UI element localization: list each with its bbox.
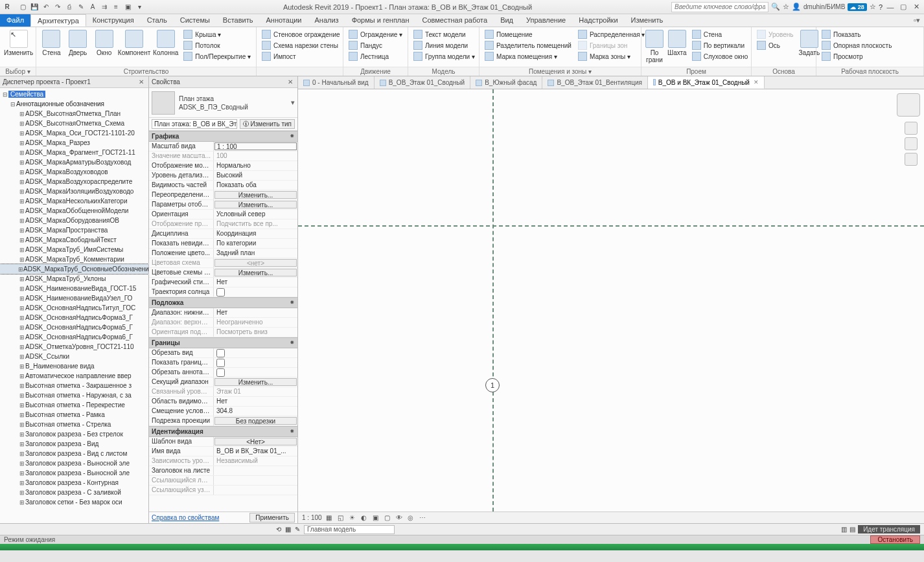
property-row[interactable]: Показать границу ... — [149, 358, 297, 368]
tree-item[interactable]: ⊞Высотная отметка - Стрелка — [0, 420, 148, 429]
property-row[interactable]: Ссылающийся лист — [149, 476, 297, 486]
grid-line[interactable] — [492, 89, 494, 511]
project-browser-tree[interactable]: ⊟Семейства⊟Аннотационные обозначения⊞ADS… — [0, 88, 148, 523]
ribbon-tab[interactable]: Системы — [174, 14, 216, 27]
tree-item[interactable]: ⊞ADSK_НаименованиеВидаУзел_ГО — [0, 293, 148, 303]
maximize-icon[interactable]: ▢ — [898, 3, 908, 12]
tree-item[interactable]: ⊞Заголовок разреза - Вид — [0, 439, 148, 449]
tree-item[interactable]: ⊞ADSK_МаркаСвободныйТекст — [0, 235, 148, 245]
tree-item[interactable]: ⊞ADSK_ОсновнаяНадписьФорма6_Г — [0, 332, 148, 342]
ribbon-tab[interactable]: Сталь — [141, 14, 174, 27]
qat-icon[interactable]: A — [88, 3, 97, 12]
property-row[interactable]: Видимость частейПоказать оба — [149, 181, 297, 190]
column-button[interactable]: Колонна — [152, 28, 179, 58]
ribbon-tab[interactable]: Анализ — [308, 14, 345, 27]
qat-icon[interactable]: ≡ — [111, 3, 121, 12]
model-text-button[interactable]: Текст модели — [412, 29, 476, 39]
property-group-header[interactable]: Идентификация⁕ — [149, 426, 297, 437]
tree-item[interactable]: ⊞Заголовок разреза - Вид с листом — [0, 449, 148, 458]
steering-wheel-icon[interactable] — [905, 122, 918, 135]
property-row[interactable]: Графический стил...Нет — [149, 278, 297, 287]
search-icon[interactable]: 🔍 — [771, 3, 780, 11]
area-button[interactable]: Распределенная ▾ — [577, 29, 646, 39]
property-row[interactable]: Параметры отобр...Изменить... — [149, 200, 297, 210]
apply-button[interactable]: Применить — [249, 513, 295, 523]
redo-icon[interactable]: ↷ — [53, 3, 62, 12]
stop-button[interactable]: Остановить — [870, 535, 920, 544]
user-icon[interactable]: 👤 — [792, 3, 801, 11]
wall-opening-button[interactable]: Стена — [691, 29, 750, 39]
property-row[interactable]: ОриентацияУсловный север — [149, 210, 297, 219]
property-row[interactable]: Диапазон: верхний...Неограниченно — [149, 318, 297, 328]
ribbon-tab[interactable]: Архитектура — [30, 14, 86, 27]
filter-icon[interactable]: ▥ — [841, 526, 847, 533]
tree-item[interactable]: ⊞В_Наименование вида — [0, 361, 148, 371]
tree-item[interactable]: ⊞Высотная отметка - Наружная, с за — [0, 390, 148, 400]
property-row[interactable]: Траектория солнца — [149, 287, 297, 297]
ribbon-tab[interactable]: Вставить — [216, 14, 260, 27]
tree-item[interactable]: ⊞Высотная отметка - Перекрестие — [0, 400, 148, 410]
crop-region-icon[interactable]: ▢ — [384, 514, 392, 522]
qat-dropdown-icon[interactable]: ▾ — [135, 3, 144, 12]
tree-item[interactable]: ⊞Заголовок разреза - Контурная — [0, 478, 148, 488]
tree-item[interactable]: ⊞Заголовок разреза - Выносной эле — [0, 468, 148, 478]
properties-grid[interactable]: Графика⁕Масштаб вида1 : 100Значение масш… — [149, 131, 297, 511]
dormer-button[interactable]: Слуховое окно — [691, 51, 750, 62]
qat-icon[interactable]: ▣ — [123, 3, 132, 12]
show-button[interactable]: Показать — [820, 29, 893, 39]
print-icon[interactable]: ⎙ — [65, 3, 74, 12]
ribbon-tab[interactable]: Совместная работа — [415, 14, 494, 27]
property-row[interactable]: Смещение условн...304.8 — [149, 407, 297, 416]
property-row[interactable]: Показать невидим...По категории — [149, 239, 297, 249]
ceiling-button[interactable]: Потолок — [182, 40, 252, 51]
property-row[interactable]: Значение масшта...100 — [149, 152, 297, 161]
tree-item[interactable]: ⊞ADSK_МаркаТруб_Уклоны — [0, 274, 148, 284]
type-selector-preview[interactable]: План этажаADSK_В_ПЭ_Сводный ▾ — [149, 88, 297, 118]
property-row[interactable]: Обрезать аннотации — [149, 368, 297, 377]
open-icon[interactable]: ▢ — [18, 3, 27, 12]
window-button[interactable]: Окно — [91, 28, 117, 58]
user-name[interactable]: dmuhin/БИМВ — [803, 3, 845, 10]
property-row[interactable]: Область видимостиНет — [149, 397, 297, 407]
view-tab[interactable]: В_ОВ_Этаж 01_Сводный — [375, 76, 471, 89]
view-cube[interactable] — [897, 93, 920, 117]
edit-type-button[interactable]: 🛈Изменить тип — [240, 119, 295, 129]
tree-item[interactable]: ⊞ADSK_МаркаТруб_ИмяСистемы — [0, 245, 148, 254]
ribbon-tab[interactable]: Файл — [0, 14, 30, 27]
property-group-header[interactable]: Подложка⁕ — [149, 297, 297, 308]
tree-item[interactable]: ⊞ADSK_ОсновнаяНадписьФорма5_Г — [0, 322, 148, 332]
crop-view-icon[interactable]: ▣ — [373, 514, 380, 522]
room-separator-button[interactable]: Разделитель помещений — [483, 40, 573, 51]
panel-label[interactable]: Помещения и зоны ▾ — [479, 67, 641, 76]
tree-item[interactable]: ⊞ADSK_ОтметкаУровня_ГОСТ21-110 — [0, 342, 148, 352]
floor-button[interactable]: Пол/Перекрытие ▾ — [182, 51, 252, 62]
grid-button[interactable]: Ось — [756, 40, 795, 51]
by-face-button[interactable]: По грани — [644, 28, 665, 65]
grid-bubble[interactable]: 1 — [485, 378, 500, 392]
view-tab[interactable]: В_ОВ_Этаж 01_Вентиляция — [542, 76, 648, 89]
zoom-icon[interactable] — [905, 153, 918, 166]
railing-button[interactable]: Ограждение ▾ — [347, 29, 404, 39]
property-row[interactable]: Диапазон: нижний...Нет — [149, 308, 297, 318]
chevron-down-icon[interactable]: ▾ — [291, 98, 295, 107]
property-row[interactable]: Заголовок на листе — [149, 466, 297, 476]
tree-item[interactable]: ⊞ADSK_ОсновнаяНадписьТитул_ГОС — [0, 303, 148, 313]
ramp-button[interactable]: Пандус — [347, 40, 404, 51]
properties-header[interactable]: Свойства ✕ — [149, 76, 297, 88]
tree-item[interactable]: ⊞ADSK_ВысотнаяОтметка_План — [0, 109, 148, 118]
minimize-icon[interactable]: — — [885, 3, 895, 12]
close-icon[interactable]: ✕ — [286, 78, 295, 85]
tree-item[interactable]: ⊞ADSK_МаркаПространства — [0, 225, 148, 235]
ribbon-collapse-icon[interactable]: ▫▾ — [910, 14, 924, 27]
ribbon-tab[interactable]: Формы и генплан — [345, 14, 416, 27]
ribbon-tab[interactable]: Изменить — [625, 14, 670, 27]
tree-item[interactable]: ⊞ADSK_ОсновнаяНадписьФорма3_Г — [0, 313, 148, 322]
view-tab[interactable]: В_ОВ и ВК_Этаж 01_Сводный✕ — [648, 76, 765, 89]
property-row[interactable]: Зависимость уровняНезависимый — [149, 456, 297, 466]
status-icon[interactable]: ✎ — [295, 526, 300, 533]
view-props-icon[interactable]: ⋯ — [419, 514, 427, 522]
ribbon-tab[interactable]: Надстройки — [572, 14, 624, 27]
tree-item[interactable]: ⊞ADSK_МаркаИзоляцииВоздуховодо — [0, 186, 148, 196]
property-row[interactable]: Отображение мод...Нормально — [149, 161, 297, 171]
tree-item[interactable]: ⊞ADSK_Ссылки — [0, 352, 148, 361]
